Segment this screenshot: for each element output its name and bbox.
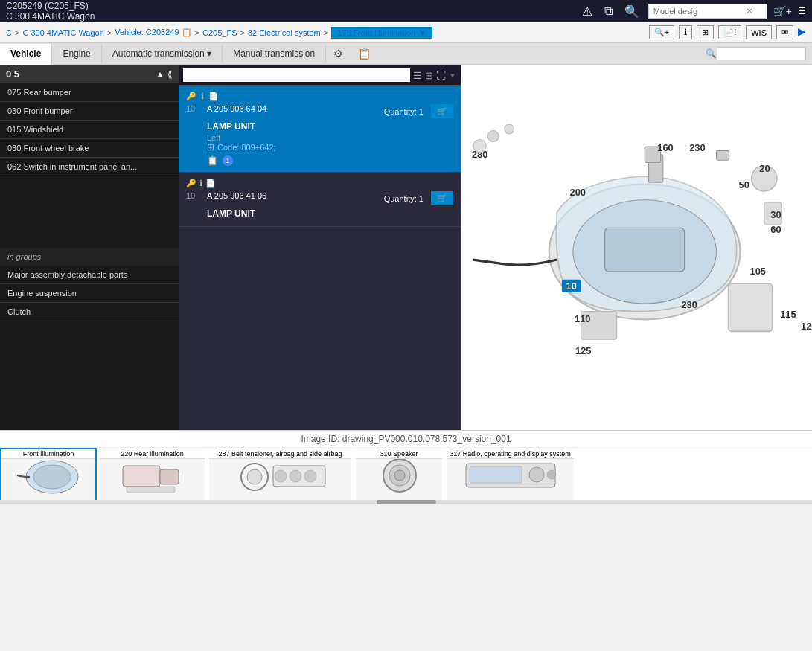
part1-add-cart[interactable]: 🛒	[431, 104, 453, 118]
tab-search-icon[interactable]: 🔍	[706, 48, 717, 59]
part1-key-icon[interactable]: 🔑	[186, 92, 196, 101]
part1-sub: Left	[207, 133, 453, 142]
cart-button[interactable]: 🛒+	[773, 5, 792, 17]
breadcrumb-c[interactable]: C	[6, 28, 12, 37]
thumb-belt-tensioner[interactable]: 287 Belt tensioner, airbag and side airb…	[208, 448, 353, 500]
thumb4-label: 310 Speaker	[356, 449, 442, 459]
svg-point-39	[304, 470, 316, 482]
part1-qty: Quantity: 1 🛒	[384, 104, 453, 118]
thumb-speaker[interactable]: 310 Speaker	[354, 448, 444, 500]
svg-text:50: 50	[739, 179, 749, 190]
tab-auto-transmission[interactable]: Automatic transmission ▾	[102, 44, 223, 63]
image-id-text: Image ID: drawing_PV000.010.078.573_vers…	[301, 434, 511, 444]
breadcrumb-wagon[interactable]: C 300 4MATIC Wagon	[22, 28, 103, 37]
info-button[interactable]: ℹ	[679, 25, 692, 39]
part1-doc2-icon[interactable]: 📋	[207, 155, 218, 166]
svg-rect-6	[729, 283, 773, 331]
list-item-rear-bumper[interactable]: 075 Rear bumper	[0, 83, 179, 102]
image-id-bar: Image ID: drawing_PV000.010.078.573_vers…	[0, 431, 812, 448]
list-item-switch-instrument[interactable]: 062 Switch in instrument panel an...	[0, 158, 179, 176]
list-view-icon[interactable]: ☰	[413, 70, 422, 81]
part2-add-cart[interactable]: 🛒	[431, 191, 453, 205]
breadcrumb-illumination-dropdown[interactable]: 175 Front illumination ▼	[331, 27, 432, 39]
part1-doc-icon[interactable]: 📄	[208, 92, 219, 101]
extra-icon: ☰	[798, 6, 806, 16]
filter-button[interactable]: ⊞	[697, 25, 714, 39]
part1-header: 10 A 205 906 64 04 Quantity: 1 🛒	[186, 104, 453, 118]
vehicle-name: C 300 4MATIC Wagon	[6, 11, 95, 22]
svg-point-45	[529, 467, 544, 482]
more-button[interactable]: ▶	[798, 25, 806, 39]
tab-extra-icon[interactable]: 📋	[351, 43, 378, 64]
collapse-button[interactable]: ▲	[156, 69, 164, 80]
top-bar-actions: ⚠ ⧉ 🔍 ✕ 🛒+ ☰	[579, 3, 806, 20]
diagram-area: 10 160 230 20 50 30 60 200 105 110 230 1…	[461, 65, 812, 430]
part2-qty: Quantity: 1 🛒	[384, 191, 453, 205]
svg-rect-9	[717, 150, 729, 160]
thumb-front-illumination[interactable]: Front illumination	[0, 448, 97, 500]
thumb5-label: 317 Radio, operating and display system	[447, 449, 574, 459]
left-panel: 0 5 ▲ ⟪ 075 Rear bumper 030 Front bumper…	[0, 65, 179, 430]
copy-button[interactable]: ⧉	[601, 3, 616, 19]
clear-search-icon[interactable]: ✕	[746, 6, 753, 16]
svg-text:230: 230	[689, 142, 705, 153]
vehicle-code: C205249 (C205_FS)	[6, 1, 95, 11]
expand-button[interactable]: ⟪	[167, 69, 173, 80]
search-button-top[interactable]: 🔍	[621, 3, 642, 20]
tab-search-input[interactable]	[717, 47, 806, 60]
svg-rect-31	[123, 466, 160, 487]
grid-view-icon[interactable]: ⊞	[425, 70, 433, 81]
mail-button[interactable]: ✉	[776, 25, 793, 39]
part2-key-icon[interactable]: 🔑	[186, 179, 196, 188]
part2-header: 10 A 205 906 41 06 Quantity: 1 🛒	[186, 191, 453, 205]
group-list: Major assembly detachable parts Engine s…	[0, 266, 179, 430]
breadcrumb-electrical[interactable]: 82 Electrical system	[248, 28, 321, 37]
svg-point-30	[33, 465, 71, 489]
section-in-groups: in groups	[0, 248, 179, 266]
expand-view-icon[interactable]: ⛶	[436, 70, 446, 81]
model-search-box: ✕	[648, 4, 767, 19]
breadcrumb: C > C 300 4MATIC Wagon > Vehicle: C20524…	[0, 22, 812, 43]
zoom-in-button[interactable]: 🔍+	[649, 25, 674, 39]
list-item-clutch[interactable]: Clutch	[0, 303, 179, 321]
tab-search-area: 🔍	[706, 47, 812, 60]
wis-button[interactable]: WIS	[746, 25, 772, 39]
svg-text:120: 120	[801, 321, 812, 332]
tab-manual-transmission[interactable]: Manual transmission	[223, 44, 326, 63]
left-panel-header: 0 5 ▲ ⟪	[0, 65, 179, 83]
scroll-bar[interactable]	[377, 500, 436, 504]
breadcrumb-vehicle[interactable]: Vehicle: C205249 📋	[115, 28, 191, 37]
part-item-2[interactable]: 🔑 ℹ 📄 10 A 205 906 41 06 Quantity: 1 🛒 L…	[179, 173, 461, 227]
parts-search-input[interactable]	[183, 68, 410, 82]
svg-rect-33	[127, 487, 175, 493]
svg-text:110: 110	[575, 313, 590, 324]
model-search-input[interactable]	[653, 7, 743, 16]
thumb-rear-illumination[interactable]: 220 Rear illumination	[98, 448, 206, 500]
part1-code-detail: ⊞ Code: 809+642;	[207, 142, 453, 153]
doc-button[interactable]: 📄!	[718, 25, 741, 39]
breadcrumb-fs[interactable]: C205_FS	[202, 28, 237, 37]
list-item-engine-suspension[interactable]: Engine suspension	[0, 284, 179, 303]
list-item-front-wheel-brake[interactable]: 030 Front wheel brake	[0, 139, 179, 158]
part2-info-icon[interactable]: ℹ	[199, 179, 202, 188]
svg-point-28	[505, 124, 514, 134]
tab-engine[interactable]: Engine	[52, 44, 101, 63]
panel-controls: ▲ ⟪	[156, 69, 173, 80]
thumb-radio[interactable]: 317 Radio, operating and display system	[445, 448, 575, 500]
part2-code: A 205 906 41 06	[207, 191, 378, 200]
warning-button[interactable]: ⚠	[579, 3, 595, 20]
part1-info-icon[interactable]: ℹ	[201, 92, 204, 101]
right-panel: 10 160 230 20 50 30 60 200 105 110 230 1…	[461, 65, 812, 430]
list-item-windshield[interactable]: 015 Windshield	[0, 121, 179, 139]
toolbar-icons-right: 🔍+ ℹ ⊞ 📄! WIS ✉ ▶	[649, 25, 806, 39]
list-item-front-bumper[interactable]: 030 Front bumper	[0, 102, 179, 121]
part2-doc-icon[interactable]: 📄	[205, 179, 216, 188]
part-item-1[interactable]: 🔑 ℹ 📄 10 A 205 906 64 04 Quantity: 1 🛒 L…	[179, 86, 461, 173]
tab-vehicle[interactable]: Vehicle	[0, 44, 52, 65]
svg-text:115: 115	[780, 309, 796, 320]
svg-point-27	[487, 131, 499, 142]
svg-text:160: 160	[657, 142, 673, 153]
list-item-major-assembly[interactable]: Major assembly detachable parts	[0, 266, 179, 284]
tab-settings-icon[interactable]: ⚙	[326, 43, 351, 64]
table-icon: ⊞	[207, 142, 214, 153]
